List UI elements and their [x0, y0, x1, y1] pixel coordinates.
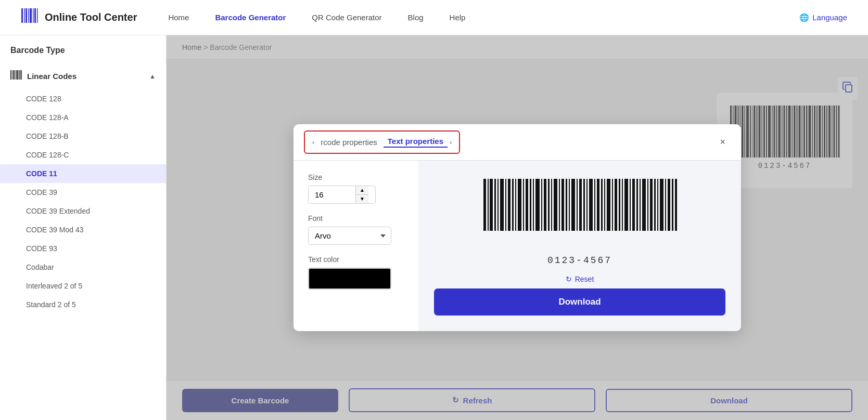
svg-rect-10	[14, 70, 15, 80]
size-spinners: ▲ ▼	[355, 186, 368, 203]
sidebar-item-code128a[interactable]: CODE 128-A	[0, 108, 166, 127]
svg-rect-63	[483, 179, 486, 231]
svg-rect-75	[526, 179, 528, 231]
text-color-form-group: Text color	[308, 255, 404, 290]
size-input-wrap: ▲ ▼	[308, 186, 376, 204]
svg-rect-106	[636, 179, 638, 231]
content-area: Home > Barcode Generator	[167, 35, 868, 420]
reset-icon: ↻	[566, 275, 572, 283]
modal-controls: Size ▲ ▼ Font	[293, 161, 418, 331]
svg-rect-100	[615, 179, 617, 231]
sidebar-item-interleaved25[interactable]: Interleaved 2 of 5	[0, 277, 166, 295]
barcode-section-icon	[10, 69, 22, 83]
tab-rcode-properties[interactable]: rcode properties	[316, 138, 381, 147]
font-select[interactable]: Arvo Arial Courier Times New Roman Verda…	[308, 227, 391, 245]
font-label: Font	[308, 214, 404, 222]
tab-text-properties[interactable]: Text properties	[384, 137, 448, 148]
svg-rect-111	[654, 179, 656, 231]
svg-rect-70	[508, 179, 510, 231]
svg-rect-14	[20, 70, 21, 80]
svg-rect-13	[19, 70, 19, 80]
svg-rect-69	[505, 179, 506, 231]
modal-download-button[interactable]: Download	[434, 288, 725, 316]
sidebar-item-codabar[interactable]: Codabar	[0, 258, 166, 277]
tab-arrow-left[interactable]: ‹	[312, 138, 314, 146]
size-decrement-button[interactable]: ▼	[356, 195, 368, 203]
size-increment-button[interactable]: ▲	[356, 186, 368, 195]
sidebar-items-list: CODE 128 CODE 128-A CODE 128-B CODE 128-…	[0, 89, 166, 314]
svg-rect-88	[571, 179, 575, 231]
svg-rect-65	[490, 179, 493, 231]
svg-rect-9	[12, 70, 13, 80]
nav-blog[interactable]: Blog	[408, 13, 424, 22]
svg-rect-102	[622, 179, 623, 231]
nav-qr-code-generator[interactable]: QR Code Generator	[312, 13, 381, 22]
modal-overlay[interactable]: ‹ rcode properties Text properties › × S…	[167, 35, 868, 420]
svg-rect-79	[541, 179, 542, 231]
globe-icon: 🌐	[799, 13, 809, 22]
svg-rect-114	[665, 179, 666, 231]
svg-rect-78	[535, 179, 540, 231]
nav-home[interactable]: Home	[168, 13, 189, 22]
svg-rect-5	[33, 8, 34, 23]
modal-close-button[interactable]: ×	[714, 132, 731, 153]
svg-rect-83	[554, 179, 557, 231]
svg-rect-97	[604, 179, 605, 231]
svg-rect-96	[601, 179, 603, 231]
language-label: Language	[812, 13, 847, 22]
svg-rect-15	[21, 70, 22, 80]
sidebar-section-text: Linear Codes	[27, 72, 76, 81]
sidebar-item-standard25[interactable]: Standard 2 of 5	[0, 295, 166, 314]
modal-preview: 0123-4567 ↻ Reset Download	[418, 161, 741, 331]
svg-rect-104	[630, 179, 631, 231]
svg-rect-68	[500, 179, 504, 231]
sidebar-title: Barcode Type	[0, 46, 166, 63]
svg-rect-64	[488, 179, 489, 231]
sidebar-item-code93[interactable]: CODE 93	[0, 239, 166, 258]
nav-barcode-generator[interactable]: Barcode Generator	[215, 13, 286, 22]
svg-rect-8	[10, 70, 11, 80]
svg-rect-108	[642, 179, 646, 231]
svg-rect-91	[583, 179, 585, 231]
font-form-group: Font Arvo Arial Courier Times New Roman …	[308, 214, 404, 245]
sidebar-item-code128c[interactable]: CODE 128-C	[0, 146, 166, 164]
barcode-number-label: 0123-4567	[547, 255, 612, 266]
main-nav: Home Barcode Generator QR Code Generator…	[168, 13, 799, 22]
svg-rect-3	[28, 8, 29, 23]
tab-arrow-right[interactable]: ›	[450, 138, 452, 146]
modal: ‹ rcode properties Text properties › × S…	[293, 124, 741, 331]
svg-rect-115	[668, 179, 670, 231]
svg-rect-2	[25, 8, 27, 23]
svg-rect-92	[586, 179, 588, 231]
main-layout: Barcode Type Linear Codes	[0, 35, 868, 420]
size-label: Size	[308, 173, 404, 181]
svg-rect-74	[523, 179, 524, 231]
svg-rect-6	[34, 8, 36, 23]
sidebar-item-code128[interactable]: CODE 128	[0, 89, 166, 108]
nav-help[interactable]: Help	[450, 13, 466, 22]
sidebar-item-code11[interactable]: CODE 11	[0, 164, 166, 183]
size-input[interactable]	[309, 186, 355, 203]
modal-tabs: ‹ rcode properties Text properties › ×	[293, 124, 741, 161]
sidebar-item-code128b[interactable]: CODE 128-B	[0, 127, 166, 146]
language-button[interactable]: 🌐 Language	[799, 13, 847, 22]
svg-rect-105	[632, 179, 635, 231]
svg-rect-116	[672, 179, 673, 231]
svg-rect-80	[544, 179, 546, 231]
sidebar-section-header[interactable]: Linear Codes ▲	[0, 63, 166, 89]
sidebar-item-code39mod43[interactable]: CODE 39 Mod 43	[0, 220, 166, 239]
svg-rect-71	[512, 179, 514, 231]
svg-rect-95	[597, 179, 599, 231]
svg-rect-113	[660, 179, 663, 231]
svg-rect-86	[566, 179, 567, 231]
svg-rect-0	[21, 8, 23, 23]
sidebar-item-code39[interactable]: CODE 39	[0, 183, 166, 202]
reset-button[interactable]: ↻ Reset	[566, 275, 594, 283]
svg-rect-82	[551, 179, 552, 231]
logo: Online Tool Center	[21, 6, 137, 29]
text-color-swatch[interactable]	[308, 268, 391, 290]
svg-rect-94	[594, 179, 595, 231]
sidebar-item-code39ext[interactable]: CODE 39 Extended	[0, 202, 166, 220]
logo-text: Online Tool Center	[45, 11, 137, 23]
svg-rect-103	[624, 179, 628, 231]
